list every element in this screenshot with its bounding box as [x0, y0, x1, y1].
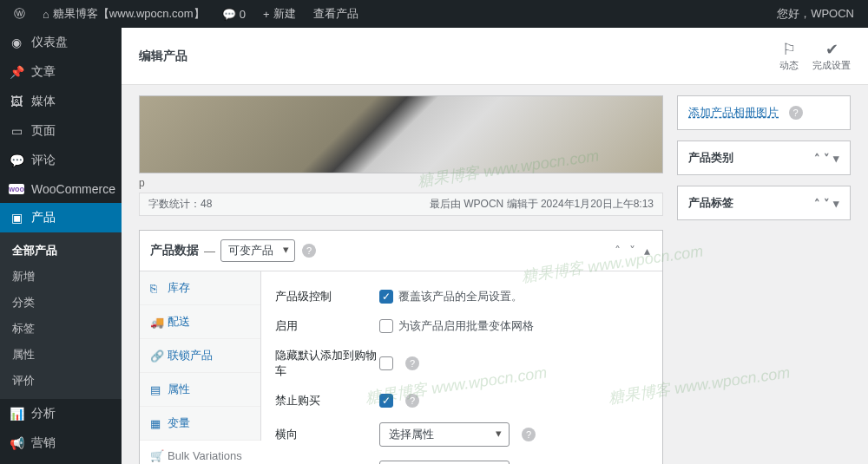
main-content: 编辑产品 ⚐动态 ✔完成设置 p 字数统计：48 最后由 WPOCN 编辑于 2… [122, 28, 868, 464]
help-icon[interactable]: ? [302, 244, 316, 258]
pin-icon: 📌 [9, 65, 24, 79]
wp-logo-icon[interactable]: ⓦ [7, 6, 32, 22]
collapse-up-icon[interactable]: ˄ [613, 242, 622, 259]
product-image [140, 95, 662, 173]
label-horizontal: 横向 [275, 427, 379, 442]
tags-title: 产品标签 [688, 195, 733, 211]
select-horizontal[interactable]: 选择属性 [379, 422, 510, 447]
help-hide-icon[interactable]: ? [405, 356, 419, 370]
cat-up-icon[interactable]: ˄ [814, 152, 820, 165]
product-image-box [139, 95, 663, 173]
inventory-icon: ⎘ [150, 282, 162, 295]
sidebar-submenu: 全部产品 新增 分类 标签 属性 评价 [0, 232, 122, 399]
check-circle-icon: ✔ [812, 40, 851, 59]
editor-path: p [139, 173, 663, 193]
panel-header: 产品数据 — 可变产品 ? ˄ ˅ ▴ [140, 231, 662, 271]
sidebar-item-media[interactable]: 🖼媒体 [0, 87, 122, 116]
sub-add-new[interactable]: 新增 [0, 264, 122, 290]
grid-icon: ▦ [150, 417, 162, 430]
tab-bulk-variations[interactable]: 🛒Bulk Variations [140, 441, 261, 464]
tab-attributes[interactable]: ▤属性 [140, 373, 260, 407]
cat-toggle-icon[interactable]: ▾ [833, 152, 839, 165]
product-data-panel: 产品数据 — 可变产品 ? ˄ ˅ ▴ ⎘库存 🚚配送 [139, 230, 663, 464]
view-product-link[interactable]: 查看产品 [306, 6, 365, 22]
sub-reviews[interactable]: 评价 [0, 368, 122, 394]
checkbox-disable-purchase[interactable] [379, 394, 393, 408]
bulk-variations-form: 产品级控制覆盖该产品的全局设置。 启用为该产品启用批量变体网格 隐藏默认添加到购… [261, 271, 662, 464]
sidebar-item-appearance[interactable]: 🖌外观 [0, 458, 122, 464]
new-link[interactable]: + 新建 [256, 6, 303, 22]
cat-down-icon[interactable]: ˅ [824, 152, 830, 165]
site-name[interactable]: ⌂ 糖果博客【www.wpocn.com】 [36, 6, 212, 22]
collapse-down-icon[interactable]: ˅ [628, 242, 637, 259]
tab-inventory[interactable]: ⎘库存 [140, 271, 260, 305]
category-title: 产品类别 [688, 150, 733, 166]
comment-icon: 💬 [9, 154, 24, 167]
truck-icon: 🚚 [150, 316, 162, 329]
sub-categories[interactable]: 分类 [0, 290, 122, 316]
help-disable-icon[interactable]: ? [405, 394, 419, 408]
sub-all-products[interactable]: 全部产品 [0, 238, 122, 264]
label-enable: 启用 [275, 318, 379, 334]
text-product-control: 覆盖该产品的全局设置。 [398, 289, 523, 304]
analytics-icon: 📊 [9, 407, 24, 421]
sidebar-item-woocommerce[interactable]: wooWooCommerce [0, 175, 122, 203]
sub-attributes[interactable]: 属性 [0, 342, 122, 368]
sidebar-item-analytics[interactable]: 📊分析 [0, 399, 122, 428]
panel-title: 产品数据 [150, 243, 199, 258]
woo-icon: woo [9, 184, 24, 194]
tab-linked[interactable]: 🔗联锁产品 [140, 339, 260, 373]
page-icon: ▭ [9, 124, 24, 138]
label-product-control: 产品级控制 [275, 289, 379, 304]
admin-sidebar: ◉仪表盘 📌文章 🖼媒体 ▭页面 💬评论 wooWooCommerce ▣产品 … [0, 28, 122, 464]
sidebar-item-marketing[interactable]: 📢营销 [0, 428, 122, 458]
category-box: 产品类别˄˅▾ [677, 141, 851, 175]
panel-toggle-icon[interactable]: ▴ [642, 242, 652, 259]
product-type-select[interactable]: 可变产品 [220, 239, 295, 262]
page-title: 编辑产品 [139, 49, 779, 64]
sidebar-item-comments[interactable]: 💬评论 [0, 146, 122, 175]
checkbox-hide-default[interactable] [379, 356, 393, 370]
admin-bar: ⓦ ⌂ 糖果博客【www.wpocn.com】 💬 0 + 新建 查看产品 您好… [0, 0, 868, 28]
label-hide-default: 隐藏默认添加到购物车 [275, 348, 379, 379]
flag-icon: ⚐ [779, 40, 799, 59]
list-icon: ▤ [150, 383, 162, 396]
page-header: 编辑产品 ⚐动态 ✔完成设置 [122, 28, 868, 85]
editor-stats: 字数统计：48 最后由 WPOCN 编辑于 2024年1月20日上午8:13 [139, 193, 663, 216]
activity-button[interactable]: ⚐动态 [779, 40, 799, 72]
comments-link[interactable]: 💬 0 [215, 8, 253, 21]
dashboard-icon: ◉ [9, 36, 24, 49]
product-icon: ▣ [9, 211, 24, 225]
tag-toggle-icon[interactable]: ▾ [833, 197, 839, 210]
checkbox-product-control[interactable] [379, 290, 393, 304]
select-vertical[interactable]: 选择属性 [379, 461, 510, 464]
help-gallery-icon[interactable]: ? [789, 106, 803, 120]
tag-down-icon[interactable]: ˅ [824, 197, 830, 210]
label-disable-purchase: 禁止购买 [275, 393, 379, 408]
add-gallery-link[interactable]: 添加产品相册图片 [688, 106, 779, 119]
megaphone-icon: 📢 [9, 436, 24, 450]
text-enable: 为该产品启用批量变体网格 [398, 318, 534, 334]
checkbox-enable[interactable] [379, 319, 393, 333]
sidebar-item-pages[interactable]: ▭页面 [0, 116, 122, 146]
product-tabs: ⎘库存 🚚配送 🔗联锁产品 ▤属性 ▦变量 🛒Bulk Variations ⚙… [140, 271, 261, 464]
tags-box: 产品标签˄˅▾ [677, 186, 851, 220]
cart-icon: 🛒 [150, 449, 162, 462]
tab-shipping[interactable]: 🚚配送 [140, 305, 260, 339]
gallery-box: 添加产品相册图片 ? [677, 95, 851, 130]
help-h-icon[interactable]: ? [522, 428, 536, 441]
sidebar-item-dashboard[interactable]: ◉仪表盘 [0, 28, 122, 57]
link-icon: 🔗 [150, 350, 162, 363]
sidebar-item-posts[interactable]: 📌文章 [0, 57, 122, 87]
greeting[interactable]: 您好，WPOCN [770, 6, 861, 22]
media-icon: 🖼 [9, 95, 24, 108]
finish-setup-button[interactable]: ✔完成设置 [812, 40, 851, 72]
tab-variations[interactable]: ▦变量 [140, 407, 260, 441]
sub-tags[interactable]: 标签 [0, 316, 122, 342]
tag-up-icon[interactable]: ˄ [814, 197, 820, 210]
sidebar-item-products[interactable]: ▣产品 [0, 203, 122, 232]
